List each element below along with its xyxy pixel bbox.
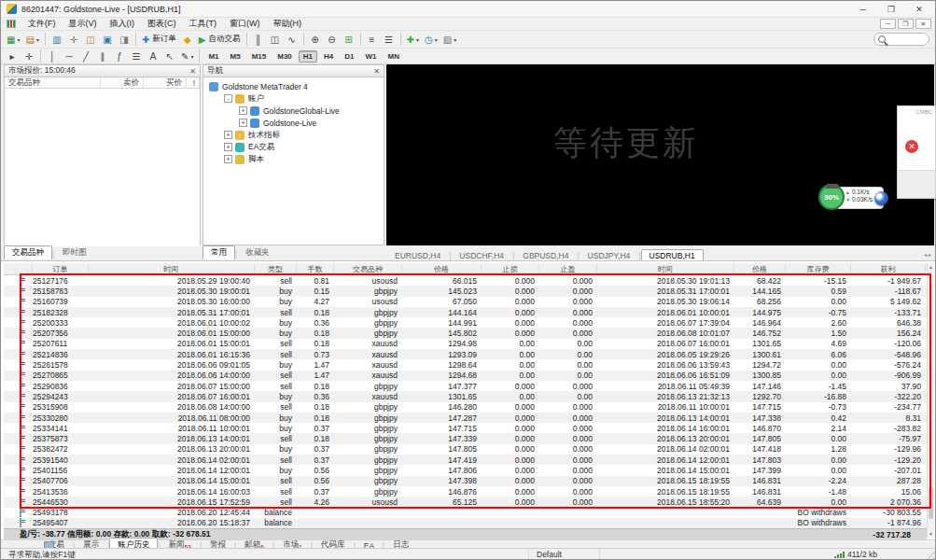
fibonacci-tool[interactable]: ƒ — [111, 49, 128, 64]
scroll-down-arrow[interactable]: ▼ — [928, 530, 934, 538]
resize-grip[interactable] — [924, 548, 935, 559]
history-column-header-7[interactable]: 止盈 — [539, 263, 597, 274]
history-scrollbar[interactable]: ▲ ▼ — [927, 263, 934, 538]
status-profile[interactable]: Default — [528, 550, 600, 559]
trade-row[interactable]: 252148362018.06.01 16:15:36sell0.73xauus… — [4, 349, 927, 359]
menu-item-3[interactable]: 图表(C) — [141, 17, 183, 31]
bar-chart-button[interactable]: ║ — [250, 32, 267, 48]
profiles-button-dropdown-icon[interactable]: ▾ — [36, 36, 39, 43]
navigator-item--[interactable]: -账户 — [203, 92, 384, 105]
tree-expander-icon[interactable]: + — [239, 119, 247, 127]
data-window-toggle[interactable]: ✛ — [65, 32, 82, 48]
market-watch-column-1[interactable]: 卖价 — [101, 77, 144, 88]
close-button[interactable]: ✕ — [905, 1, 933, 18]
trade-row[interactable]: 253824722018.06.13 20:00:01buy0.37gbpjpy… — [4, 444, 927, 455]
chart-area[interactable]: 等待更新 — [386, 64, 934, 245]
trade-row[interactable]: 251271762018.05.29 19:00:40sell0.81usous… — [4, 275, 927, 286]
tree-expander-icon[interactable]: - — [224, 94, 232, 103]
mdi-close-button[interactable]: ✕ — [915, 19, 931, 29]
vertical-line-tool[interactable]: │ — [44, 49, 61, 64]
tree-expander-icon[interactable]: + — [239, 106, 247, 115]
history-column-header-1[interactable]: 时间 — [89, 263, 255, 274]
trade-row[interactable]: 252076112018.06.01 15:00:01sell0.18xauus… — [4, 339, 927, 349]
zoom-in-button[interactable]: ⊕ — [307, 32, 324, 48]
candlestick-button[interactable]: ◫ — [267, 32, 284, 48]
trade-row[interactable]: 252073562018.06.01 15:00:00buy0.18gbpjpy… — [4, 328, 927, 338]
line-chart-button[interactable]: ∿ — [284, 32, 300, 48]
history-column-header-5[interactable]: 价格 — [402, 263, 482, 274]
trade-row[interactable]: 251607392018.05.30 16:00:00buy4.27usousd… — [4, 297, 927, 307]
market-watch-column-3[interactable]: ! — [187, 77, 200, 88]
timeframe-button-m30[interactable]: M30 — [272, 50, 297, 63]
navigator-tab--[interactable]: 常用 — [203, 245, 235, 259]
menu-item-4[interactable]: 工具(T) — [183, 17, 224, 31]
scroll-up-arrow[interactable]: ▲ — [928, 263, 934, 271]
add-indicator-button-dropdown-icon[interactable]: ▾ — [416, 36, 419, 43]
history-column-header-8[interactable]: 时间 — [597, 263, 734, 274]
timeframe-button-mn[interactable]: MN — [383, 50, 403, 63]
navigator-item-ea-[interactable]: +EA交易 — [203, 141, 384, 153]
history-column-header-6[interactable]: 止损 — [482, 263, 539, 274]
trade-row[interactable]: 252615782018.06.06 09:01:05buy1.47xauusd… — [4, 359, 927, 370]
new-order-button[interactable]: ✚新订单 — [139, 32, 179, 48]
cycle-lines-tool[interactable]: ☰ — [128, 49, 145, 64]
metaeditor-button[interactable]: ◆ — [179, 32, 196, 48]
trade-row[interactable]: 252908362018.06.07 15:00:00sell0.18gbpjp… — [4, 381, 927, 391]
market-watch-body[interactable] — [5, 89, 200, 246]
new-chart-button-dropdown-icon[interactable]: ▾ — [17, 36, 20, 43]
add-indicator-button[interactable]: ✚▾ — [404, 32, 422, 48]
trade-row[interactable]: 254465302018.06.15 17:52:59sell4.26usous… — [4, 497, 927, 507]
network-speed-widget[interactable]: ▲0.1K/s ▼0.03K/s 30% — [818, 184, 889, 212]
period-button[interactable]: ◷▾ — [422, 32, 440, 48]
horizontal-line-tool[interactable]: ─ — [61, 49, 77, 64]
timeframe-button-m5[interactable]: M5 — [226, 50, 245, 63]
timeframe-button-h4[interactable]: H4 — [319, 50, 338, 63]
browser-ball-icon[interactable] — [874, 191, 888, 205]
traffic-counter[interactable]: 411/2 kb — [847, 550, 877, 559]
terminal-toggle[interactable]: ▣ — [99, 32, 116, 48]
navigator-item-goldstone-metatrader-4[interactable]: Goldstone MetaTrader 4 — [203, 80, 384, 92]
tree-expander-icon[interactable]: + — [224, 143, 232, 151]
trade-row[interactable]: 251587832018.05.30 19:00:01buy0.15gbpjpy… — [4, 286, 927, 296]
trade-row[interactable]: 253302802018.06.11 08:00:00buy0.18gbpjpy… — [4, 413, 927, 423]
market-watch-column-0[interactable]: 交易品种 — [5, 77, 101, 88]
template-button-dropdown-icon[interactable]: ▾ — [454, 36, 456, 43]
minimize-button[interactable]: ─ — [849, 1, 877, 18]
trendline-tool[interactable]: ╱ — [77, 49, 94, 64]
navigator-close-icon[interactable]: ✕ — [373, 67, 380, 76]
market-watch-tab--[interactable]: 交易品种 — [4, 245, 52, 259]
history-column-header-4[interactable]: 交易品种 — [334, 263, 402, 274]
timeframe-button-h1[interactable]: H1 — [299, 50, 317, 63]
trade-row[interactable]: 254077062018.06.14 15:00:01sell0.56gbpjp… — [4, 476, 927, 486]
market-watch-column-2[interactable]: 买价 — [144, 77, 187, 88]
crosshair-tool[interactable]: ✛ — [21, 49, 37, 64]
cursor-tool[interactable]: ▸ — [4, 49, 21, 64]
profiles-button[interactable]: ▤▾ — [22, 32, 41, 48]
navigator-item--[interactable]: +脚本 — [203, 153, 384, 165]
trade-row[interactable]: 253915402018.06.14 02:00:01sell0.37gbpjp… — [4, 455, 927, 465]
memory-percent-ball[interactable]: 30% — [818, 184, 845, 210]
tile-windows-button[interactable]: ⊞ — [341, 32, 357, 48]
zoom-out-button[interactable]: ⊖ — [324, 32, 341, 48]
period-button-dropdown-icon[interactable]: ▾ — [435, 36, 438, 43]
scroll-thumb[interactable] — [929, 487, 933, 519]
trade-row[interactable]: 254011562018.06.14 12:00:01buy0.56gbpjpy… — [4, 465, 927, 475]
history-column-header-11[interactable]: 获利 — [851, 263, 926, 274]
balance-row[interactable]: 254931782018.06.20 12:45:44balanceBO wit… — [4, 508, 927, 518]
channel-tool[interactable]: ∥ — [94, 49, 111, 64]
balance-row[interactable]: 254954072018.06.20 15:18:37balanceBO wit… — [4, 518, 927, 528]
history-column-header-10[interactable]: 库存费 — [786, 263, 851, 274]
history-column-header-2[interactable]: 类型 — [255, 263, 297, 274]
market-watch-toggle[interactable]: ▥ — [49, 32, 65, 48]
toolbar-search-input[interactable] — [873, 33, 929, 46]
navigator-item-goldstone-live[interactable]: +Goldstone-Live — [203, 117, 384, 129]
template-button[interactable]: ▧▾ — [440, 32, 459, 48]
indicators-list-button[interactable]: ≡ — [364, 32, 381, 48]
menu-item-6[interactable]: 帮助(H) — [267, 17, 309, 31]
history-column-header-9[interactable]: 价格 — [734, 263, 786, 274]
trade-row[interactable]: 252003332018.06.01 10:00:02buy0.36gbpjpy… — [4, 317, 927, 328]
trade-row[interactable]: 252708652018.06.06 14:00:00sell1.47xauus… — [4, 371, 927, 381]
strategy-tester-toggle[interactable]: ◨ — [116, 32, 133, 48]
menu-item-5[interactable]: 窗口(W) — [223, 17, 267, 31]
shapes-tool[interactable]: ✎▾ — [178, 49, 196, 64]
